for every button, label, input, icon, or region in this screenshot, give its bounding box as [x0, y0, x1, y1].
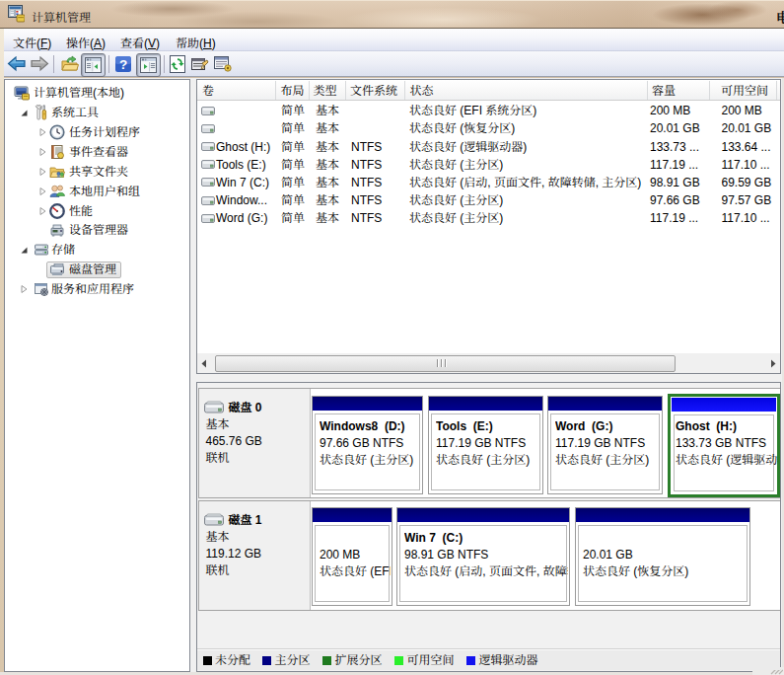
svg-text:?: ? [119, 57, 127, 72]
